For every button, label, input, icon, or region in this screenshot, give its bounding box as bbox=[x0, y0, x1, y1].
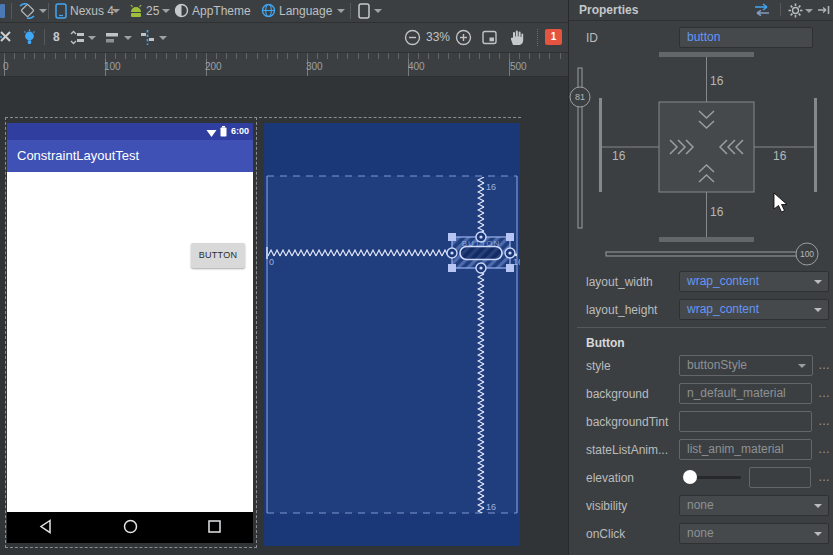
separator bbox=[44, 29, 45, 45]
resize-handle-bottom-left[interactable] bbox=[448, 264, 456, 272]
spring-bottom bbox=[477, 268, 485, 513]
chevron-down-icon[interactable] bbox=[159, 36, 167, 40]
horizontal-ruler: 0 100 200 300 400 500 bbox=[0, 53, 568, 77]
property-label: visibility bbox=[586, 495, 627, 517]
blueprint-view[interactable]: BUTTON 16 16 bbox=[264, 123, 520, 546]
guidelines-icon[interactable] bbox=[139, 29, 156, 49]
configuration-toolbar: Nexus 4 25 AppTheme Langu bbox=[0, 0, 568, 23]
widget-margin-top[interactable]: 16 bbox=[710, 74, 724, 88]
more-button[interactable]: … bbox=[818, 439, 831, 460]
design-surface[interactable]: 6:00 ConstraintLayoutTest BUTTON bbox=[0, 77, 568, 555]
virtual-device-icon[interactable] bbox=[358, 3, 370, 22]
ruler-label: 500 bbox=[510, 61, 527, 72]
more-button[interactable]: … bbox=[818, 411, 831, 432]
gear-icon[interactable] bbox=[788, 3, 803, 21]
more-button[interactable]: … bbox=[818, 383, 831, 404]
chevron-down-icon[interactable] bbox=[337, 9, 345, 13]
error-badge[interactable]: 1 bbox=[545, 29, 562, 45]
chevron-down-icon[interactable] bbox=[374, 9, 382, 13]
hide-panel-icon[interactable] bbox=[817, 3, 831, 20]
battery-icon bbox=[220, 126, 227, 140]
property-label: stateListAnim... bbox=[586, 439, 668, 461]
margin-left-label: 0 bbox=[269, 257, 274, 267]
property-row-style: style buttonStyle … bbox=[569, 355, 833, 377]
background-tint-input[interactable] bbox=[679, 411, 812, 432]
property-row-state-list-animator: stateListAnim... list_anim_material … bbox=[569, 439, 833, 461]
chevron-down-icon[interactable] bbox=[124, 36, 132, 40]
id-input[interactable]: button bbox=[679, 27, 813, 48]
svg-text:81: 81 bbox=[575, 92, 585, 102]
elevation-input[interactable] bbox=[749, 467, 811, 488]
margin-bottom-label: 16 bbox=[486, 502, 496, 512]
content-area: BUTTON bbox=[7, 172, 253, 512]
theme-icon[interactable] bbox=[174, 3, 189, 21]
property-row-background: background n_default_material … bbox=[569, 383, 833, 405]
widget-margin-right[interactable]: 16 bbox=[773, 149, 787, 163]
property-row-layout-width: layout_width wrap_content bbox=[569, 271, 833, 293]
constraint-anchor-left[interactable] bbox=[447, 248, 457, 258]
chevron-down-icon[interactable] bbox=[112, 9, 120, 13]
design-view-phone[interactable]: 6:00 ConstraintLayoutTest BUTTON bbox=[7, 123, 253, 543]
layout-width-dropdown[interactable]: wrap_content bbox=[679, 271, 829, 292]
resize-handle-top-left[interactable] bbox=[448, 233, 456, 241]
pack-icon[interactable] bbox=[68, 29, 85, 49]
background-input[interactable]: n_default_material bbox=[679, 383, 812, 404]
more-button[interactable]: … bbox=[818, 355, 831, 376]
pan-hand-icon[interactable] bbox=[508, 29, 525, 49]
style-dropdown[interactable]: buttonStyle bbox=[679, 355, 813, 376]
device-name[interactable]: Nexus 4 bbox=[70, 0, 114, 22]
mouse-cursor bbox=[774, 193, 787, 212]
clipped-surface-icon[interactable] bbox=[0, 4, 5, 18]
separator bbox=[11, 3, 12, 19]
zoom-fit-icon[interactable] bbox=[481, 29, 498, 49]
design-button[interactable]: BUTTON bbox=[191, 243, 245, 268]
margin-top-label: 16 bbox=[486, 182, 496, 192]
orientation-icon[interactable] bbox=[17, 3, 37, 22]
constraint-anchor-top[interactable] bbox=[476, 232, 486, 242]
parent-right-edge bbox=[814, 98, 817, 192]
visibility-dropdown[interactable]: none bbox=[679, 495, 829, 516]
app-title: ConstraintLayoutTest bbox=[17, 140, 139, 172]
more-button[interactable]: … bbox=[818, 467, 831, 488]
chevron-down-icon[interactable] bbox=[805, 9, 813, 13]
widget-margin-bottom[interactable]: 16 bbox=[710, 205, 724, 219]
chevron-down-icon[interactable] bbox=[88, 36, 96, 40]
vertical-bias-thumb[interactable]: 81 bbox=[570, 87, 590, 107]
resize-handle-top-right[interactable] bbox=[506, 233, 514, 241]
device-phone-icon[interactable] bbox=[55, 3, 67, 22]
separator bbox=[350, 3, 351, 19]
onclick-dropdown[interactable]: none bbox=[679, 523, 829, 544]
blueprint-button[interactable]: BUTTON bbox=[447, 232, 515, 273]
chevron-down-icon[interactable] bbox=[39, 9, 47, 13]
default-margin-value[interactable]: 8 bbox=[53, 23, 60, 52]
globe-icon[interactable] bbox=[261, 3, 276, 21]
chevron-down-icon bbox=[814, 280, 822, 284]
infer-constraints-icon[interactable] bbox=[22, 29, 37, 49]
constraint-widget-inspector[interactable]: 16 16 16 16 81 100 bbox=[569, 48, 827, 266]
elevation-slider-thumb[interactable] bbox=[683, 470, 697, 484]
theme-name[interactable]: AppTheme bbox=[192, 0, 251, 22]
zoom-in-icon[interactable] bbox=[455, 29, 472, 49]
state-list-animator-input[interactable]: list_anim_material bbox=[679, 439, 812, 460]
language-label[interactable]: Language bbox=[279, 0, 332, 22]
clear-constraints-icon[interactable] bbox=[0, 29, 13, 47]
properties-panel: Properties bbox=[568, 0, 833, 555]
constraint-anchor-bottom[interactable] bbox=[476, 263, 486, 273]
swap-panel-icon[interactable] bbox=[752, 3, 772, 20]
zoom-out-icon[interactable] bbox=[404, 29, 421, 49]
align-icon[interactable] bbox=[104, 29, 121, 49]
elevation-slider-track[interactable] bbox=[691, 476, 741, 479]
horizontal-bias-slider[interactable] bbox=[606, 252, 798, 256]
property-label: ID bbox=[586, 27, 598, 49]
widget-margin-left[interactable]: 16 bbox=[612, 149, 626, 163]
status-bar: 6:00 bbox=[7, 123, 253, 140]
api-level[interactable]: 25 bbox=[146, 0, 159, 22]
widget-square[interactable] bbox=[659, 102, 754, 192]
layout-height-dropdown[interactable]: wrap_content bbox=[679, 299, 829, 320]
margin-right-label: 16 bbox=[513, 257, 520, 267]
android-icon[interactable] bbox=[128, 3, 144, 22]
layout-editor-toolbar: 8 bbox=[0, 23, 568, 53]
horizontal-bias-thumb[interactable]: 100 bbox=[796, 243, 818, 265]
spring-top bbox=[477, 177, 485, 237]
chevron-down-icon[interactable] bbox=[162, 9, 170, 13]
